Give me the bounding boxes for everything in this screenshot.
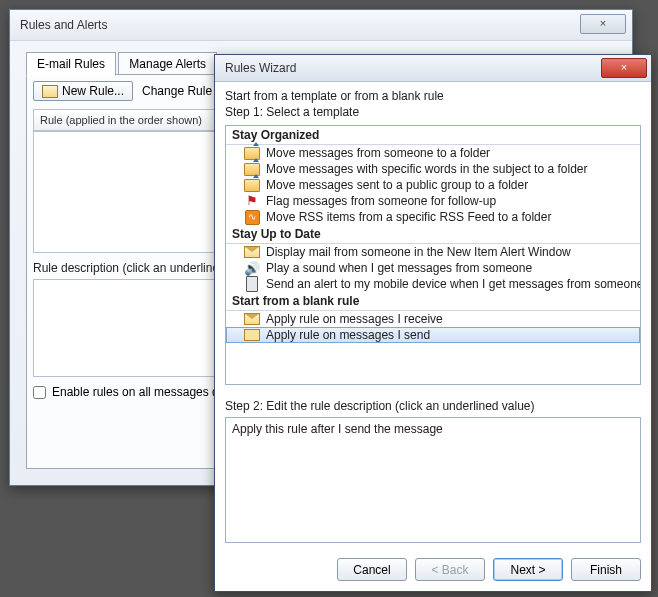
flag-icon: ⚑ bbox=[244, 194, 260, 208]
template-move-from-someone[interactable]: Move messages from someone to a folder bbox=[226, 145, 640, 161]
wizard-step2-label: Step 2: Edit the rule description (click… bbox=[225, 399, 641, 413]
template-move-rss[interactable]: ∿ Move RSS items from a specific RSS Fee… bbox=[226, 209, 640, 225]
folder-icon bbox=[244, 178, 260, 192]
rules-alerts-titlebar[interactable]: Rules and Alerts × bbox=[10, 10, 632, 41]
enable-rules-checkbox[interactable] bbox=[33, 386, 46, 399]
template-flag-followup[interactable]: ⚑ Flag messages from someone for follow-… bbox=[226, 193, 640, 209]
rules-list-header-label: Rule (applied in the order shown) bbox=[40, 114, 202, 126]
finish-button[interactable]: Finish bbox=[571, 558, 641, 581]
rules-alerts-title: Rules and Alerts bbox=[20, 18, 107, 32]
cancel-button[interactable]: Cancel bbox=[337, 558, 407, 581]
template-label: Move messages sent to a public group to … bbox=[266, 178, 528, 192]
tab-manage-alerts-label: Manage Alerts bbox=[129, 57, 206, 71]
wizard-intro: Start from a template or from a blank ru… bbox=[225, 89, 641, 103]
rules-wizard-title: Rules Wizard bbox=[225, 61, 296, 75]
template-label: Play a sound when I get messages from so… bbox=[266, 261, 532, 275]
template-play-sound[interactable]: 🔊 Play a sound when I get messages from … bbox=[226, 260, 640, 276]
back-button: < Back bbox=[415, 558, 485, 581]
group-stay-organized-header: Stay Organized bbox=[226, 126, 640, 145]
close-icon: × bbox=[621, 61, 627, 73]
template-move-specific-words[interactable]: Move messages with specific words in the… bbox=[226, 161, 640, 177]
template-label: Flag messages from someone for follow-up bbox=[266, 194, 496, 208]
template-display-new-item-alert[interactable]: Display mail from someone in the New Ite… bbox=[226, 244, 640, 260]
rules-wizard-body: Start from a template or from a blank ru… bbox=[225, 89, 641, 545]
next-button[interactable]: Next > bbox=[493, 558, 563, 581]
rules-alerts-close-button[interactable]: × bbox=[580, 14, 626, 34]
tab-email-rules-label: E-mail Rules bbox=[37, 57, 105, 71]
template-label: Move RSS items from a specific RSS Feed … bbox=[266, 210, 551, 224]
new-rule-icon bbox=[42, 85, 58, 98]
rules-alerts-toolbar: New Rule... Change Rule bbox=[33, 81, 228, 101]
template-label: Move messages from someone to a folder bbox=[266, 146, 490, 160]
rss-icon: ∿ bbox=[244, 210, 260, 224]
rule-description-label-text: Rule description (click an underline bbox=[33, 261, 219, 275]
phone-icon bbox=[244, 277, 260, 291]
enable-rules-checkbox-row[interactable]: Enable rules on all messages dow bbox=[33, 385, 234, 399]
tab-email-rules[interactable]: E-mail Rules bbox=[26, 52, 116, 76]
rules-wizard-titlebar[interactable]: Rules Wizard × bbox=[215, 55, 651, 82]
close-icon: × bbox=[600, 17, 606, 29]
wizard-description-text: Apply this rule after I send the message bbox=[232, 422, 443, 436]
template-list[interactable]: Stay Organized Move messages from someon… bbox=[225, 125, 641, 385]
rules-alerts-tabs: E-mail Rules Manage Alerts bbox=[26, 52, 216, 76]
wizard-button-row: Cancel < Back Next > Finish bbox=[337, 558, 641, 581]
template-mobile-alert[interactable]: Send an alert to my mobile device when I… bbox=[226, 276, 640, 292]
rule-description-label: Rule description (click an underline bbox=[33, 261, 219, 275]
enable-rules-checkbox-label: Enable rules on all messages dow bbox=[52, 385, 234, 399]
group-stay-up-to-date-header: Stay Up to Date bbox=[226, 225, 640, 244]
template-label: Send an alert to my mobile device when I… bbox=[266, 277, 641, 291]
template-apply-send[interactable]: Apply rule on messages I send bbox=[226, 327, 640, 343]
change-rule-label: Change Rule bbox=[142, 84, 212, 98]
sound-icon: 🔊 bbox=[244, 261, 260, 275]
rules-wizard-window: Rules Wizard × Start from a template or … bbox=[214, 54, 652, 592]
mail-icon bbox=[244, 328, 260, 342]
template-label: Apply rule on messages I receive bbox=[266, 312, 443, 326]
new-rule-button[interactable]: New Rule... bbox=[33, 81, 133, 101]
rules-wizard-close-button[interactable]: × bbox=[601, 58, 647, 78]
template-move-public-group[interactable]: Move messages sent to a public group to … bbox=[226, 177, 640, 193]
envelope-icon bbox=[244, 312, 260, 326]
template-label: Move messages with specific words in the… bbox=[266, 162, 587, 176]
tab-manage-alerts[interactable]: Manage Alerts bbox=[118, 52, 217, 76]
group-blank-rule-header: Start from a blank rule bbox=[226, 292, 640, 311]
template-label: Display mail from someone in the New Ite… bbox=[266, 245, 571, 259]
wizard-description-box[interactable]: Apply this rule after I send the message bbox=[225, 417, 641, 543]
envelope-icon bbox=[244, 245, 260, 259]
wizard-step1-label: Step 1: Select a template bbox=[225, 105, 641, 119]
new-rule-label: New Rule... bbox=[62, 84, 124, 98]
template-apply-receive[interactable]: Apply rule on messages I receive bbox=[226, 311, 640, 327]
template-label: Apply rule on messages I send bbox=[266, 328, 430, 342]
